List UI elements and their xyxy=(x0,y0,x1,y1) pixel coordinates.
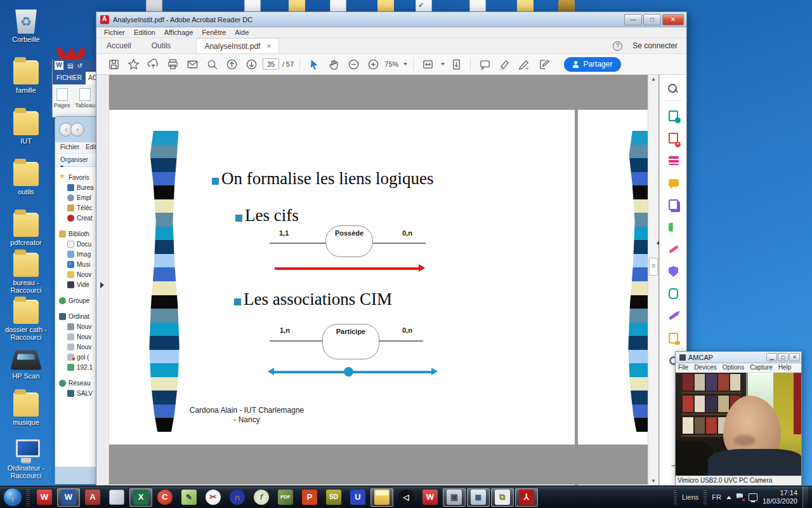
liens-toolbar-label[interactable]: Liens xyxy=(682,493,698,501)
explorer-tree-item[interactable]: gol ( xyxy=(55,352,97,362)
explorer-menu-item[interactable]: Fichier xyxy=(60,144,79,152)
explorer-tree-item[interactable]: Favoris xyxy=(55,172,97,182)
amcap-title-bar[interactable]: AMCAP ▁ ▢ ✕ xyxy=(676,352,801,363)
previous-page-icon[interactable] xyxy=(223,57,240,72)
start-button[interactable] xyxy=(3,488,22,507)
amcap-menu-item[interactable]: Devices xyxy=(694,364,717,371)
vertical-scrollbar[interactable]: ▲ ▼ xyxy=(648,75,658,485)
sidebar-tool-icon[interactable] xyxy=(660,283,687,305)
taskbar-app-icon[interactable] xyxy=(250,488,273,507)
acrobat-menu-item[interactable]: Fenêtre xyxy=(198,27,230,37)
save-icon[interactable] xyxy=(105,57,122,72)
taskbar-app-icon[interactable] xyxy=(202,488,225,507)
close-icon[interactable]: × xyxy=(266,42,271,51)
chevron-down-icon[interactable] xyxy=(403,63,407,65)
close-button[interactable]: ✕ xyxy=(789,353,800,361)
maximize-button[interactable]: ▢ xyxy=(778,353,789,361)
taskbar-app-icon[interactable] xyxy=(395,488,417,507)
taskbar-app-icon[interactable] xyxy=(226,488,249,507)
share-button[interactable]: Partager xyxy=(564,57,621,72)
sidebar-tool-icon[interactable] xyxy=(660,238,687,260)
taskbar-app-icon[interactable] xyxy=(154,488,176,507)
desktop-icon[interactable]: famille xyxy=(1,60,51,94)
taskbar-app-icon[interactable] xyxy=(298,488,321,507)
comment-icon[interactable] xyxy=(476,57,493,72)
taskbar-app-icon[interactable] xyxy=(491,488,514,507)
explorer-tree-item[interactable]: Groupe xyxy=(55,295,97,305)
taskbar-app-icon[interactable] xyxy=(129,488,152,507)
show-desktop-button[interactable] xyxy=(802,486,808,508)
explorer-tree-item[interactable]: Vidé xyxy=(55,279,97,290)
amcap-menu-item[interactable]: File xyxy=(678,364,688,371)
taskbar-app-icon[interactable] xyxy=(346,488,369,507)
zoom-level-value[interactable]: 75% xyxy=(384,60,398,68)
acrobat-tab[interactable]: Outils xyxy=(141,38,181,53)
zoom-out-icon[interactable] xyxy=(345,57,362,72)
fill-sign-icon[interactable] xyxy=(535,57,552,72)
explorer-tree-item[interactable]: Nouv xyxy=(55,342,97,352)
minimize-button[interactable]: ▁ xyxy=(766,353,777,361)
explorer-window-fragment[interactable]: ‹ › FichierEdit Organiser ▾ Favoris Bure… xyxy=(55,116,98,485)
explorer-tree-item[interactable]: Imag xyxy=(55,249,97,259)
star-icon[interactable] xyxy=(125,57,141,72)
desktop-icon[interactable]: Corbeille xyxy=(1,10,51,43)
explorer-tree-item[interactable]: 192.1 xyxy=(55,362,97,372)
sidebar-tool-icon[interactable] xyxy=(660,105,687,127)
forward-button[interactable]: › xyxy=(70,123,84,137)
acrobat-menu-item[interactable]: Affichage xyxy=(160,27,197,37)
acrobat-title-bar[interactable]: AnalyseInstit.pdf - Adobe Acrobat Reader… xyxy=(96,12,686,27)
taskbar-app-icon[interactable] xyxy=(81,488,104,507)
highlighter-icon[interactable] xyxy=(496,57,513,72)
expand-left-panel-icon[interactable] xyxy=(100,282,104,288)
action-center-flag-icon[interactable] xyxy=(737,493,743,502)
taskbar-app-icon[interactable] xyxy=(515,488,538,507)
sidebar-tool-icon[interactable] xyxy=(660,171,687,194)
desktop-icon[interactable]: Ordinateur - Raccourci xyxy=(1,438,51,479)
desktop-icon[interactable]: IUT xyxy=(1,111,51,145)
taskbar-app-icon[interactable] xyxy=(419,488,442,507)
undo-icon[interactable]: ↺ xyxy=(77,62,82,69)
navigation-pane-strip[interactable] xyxy=(96,75,109,485)
sidebar-tool-icon[interactable] xyxy=(660,149,687,171)
explorer-tree-item[interactable]: Biblioth xyxy=(55,229,97,239)
word-window-fragment[interactable]: W ▤ ↺ FICHIER ACC Pages Tableau xyxy=(52,59,96,117)
sidebar-tool-icon[interactable] xyxy=(660,260,687,283)
explorer-tree-item[interactable]: Empl xyxy=(55,192,97,203)
explorer-tree-item[interactable]: Téléc xyxy=(55,203,97,213)
show-hidden-icons-icon[interactable] xyxy=(726,496,731,499)
explorer-menu-item[interactable]: Edit xyxy=(86,144,96,152)
taskbar-app-icon[interactable] xyxy=(370,488,393,507)
acrobat-tab[interactable]: Accueil xyxy=(96,38,141,53)
save-icon[interactable]: ▤ xyxy=(67,62,73,69)
language-indicator[interactable]: FR xyxy=(712,493,721,501)
search-icon[interactable] xyxy=(204,57,220,72)
desktop-icon[interactable]: dossier cath - Raccourci xyxy=(1,300,51,341)
desktop-icon[interactable]: bureau - Raccourci xyxy=(1,253,51,294)
hand-tool-icon[interactable] xyxy=(325,57,342,72)
sidebar-tool-icon[interactable] xyxy=(660,127,687,149)
fit-width-icon[interactable] xyxy=(419,57,436,72)
close-button[interactable]: ✕ xyxy=(662,14,684,25)
help-icon[interactable]: ? xyxy=(613,41,622,51)
taskbar-app-icon[interactable] xyxy=(57,488,80,507)
sidebar-tool-icon[interactable] xyxy=(660,327,687,349)
amcap-menu-item[interactable]: Capture xyxy=(750,364,773,371)
scroll-down-icon[interactable]: ▼ xyxy=(648,478,658,484)
taskbar-app-icon[interactable] xyxy=(105,488,128,507)
explorer-tree-item[interactable]: Burea xyxy=(55,182,97,192)
document-area[interactable]: On formalise les liens logiques Les cifs… xyxy=(96,75,660,485)
search-tools-icon[interactable] xyxy=(668,84,678,94)
sidebar-tool-icon[interactable] xyxy=(660,216,687,238)
chevron-down-icon[interactable] xyxy=(441,63,445,65)
next-page-icon[interactable] xyxy=(243,57,259,72)
desktop-icon[interactable]: outils xyxy=(1,162,51,196)
minimize-button[interactable]: — xyxy=(624,14,642,25)
taskbar-app-icon[interactable] xyxy=(178,488,200,507)
network-icon[interactable] xyxy=(749,493,757,501)
acrobat-menu-item[interactable]: Fichier xyxy=(100,27,129,37)
explorer-tree-item[interactable]: Ordinat xyxy=(55,311,97,321)
organize-button[interactable]: Organiser ▾ xyxy=(55,153,97,167)
explorer-tree-item[interactable]: Creat xyxy=(55,213,97,223)
taskbar-app-icon[interactable] xyxy=(467,488,490,507)
desktop-icon[interactable]: HP Scan xyxy=(1,346,51,380)
